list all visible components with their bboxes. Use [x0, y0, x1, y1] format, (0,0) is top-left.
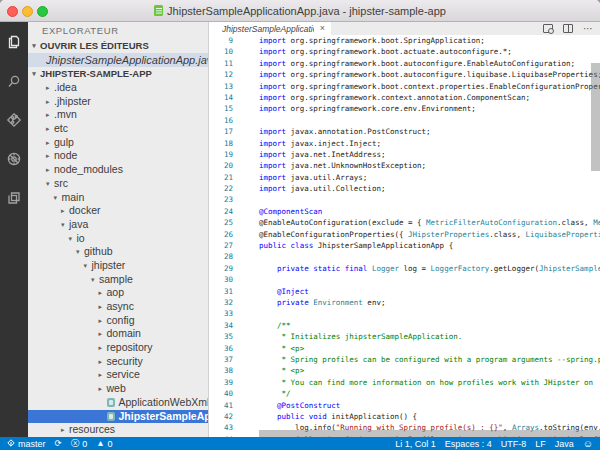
tree-item-async[interactable]: ▸async — [28, 300, 208, 314]
code-line[interactable]: 34 /** — [209, 320, 600, 331]
tree-item-jhipster[interactable]: ▾jhipster — [28, 259, 208, 273]
code-text: import org.springframework.core.env.Envi… — [233, 103, 476, 114]
warning-icon: ▲ — [96, 439, 104, 448]
code-line[interactable]: 42 public void initApplication() { — [209, 411, 600, 422]
tree-item-node[interactable]: ▸node — [28, 149, 208, 163]
code-line[interactable]: 25@EnableAutoConfiguration(exclude = { M… — [209, 217, 600, 228]
tree-item-service[interactable]: ▸service — [28, 368, 208, 382]
tree-item--idea[interactable]: ▸.idea — [28, 81, 208, 95]
code-line[interactable]: 19import java.net.InetAddress; — [209, 149, 600, 160]
project-section-header[interactable]: ▾ JHIPSTER-SAMPLE-APP — [28, 67, 208, 81]
tree-item-docker[interactable]: ▸docker — [28, 204, 208, 218]
tree-item-label: node — [54, 149, 77, 163]
code-line[interactable]: 14import org.springframework.context.ann… — [209, 92, 600, 103]
code-line[interactable]: 37 * Spring profiles can be configured w… — [209, 354, 600, 365]
explorer-icon[interactable] — [3, 31, 25, 53]
code-line[interactable]: 28 — [209, 251, 600, 262]
code-line[interactable]: 36 * <p> — [209, 343, 600, 354]
tree-item-node-modules[interactable]: ▸node_modules — [28, 163, 208, 177]
tree-item-sample[interactable]: ▾sample — [28, 273, 208, 287]
feedback-smiley-icon[interactable]: ☺ — [583, 438, 593, 449]
tree-item-web[interactable]: ▸web — [28, 382, 208, 396]
code-line[interactable]: 10import org.springframework.boot.actuat… — [209, 46, 600, 57]
tab-bar: JhipsterSampleApplicationApp.java × ⋯ — [209, 22, 600, 35]
tree-item-aop[interactable]: ▸aop — [28, 286, 208, 300]
tree-item-config[interactable]: ▸config — [28, 314, 208, 328]
code-line[interactable]: 9import org.springframework.boot.SpringA… — [209, 35, 600, 46]
code-line[interactable]: 40 */ — [209, 388, 600, 399]
tree-item-label: gulp — [54, 136, 74, 150]
code-line[interactable]: 32 private Environment env; — [209, 297, 600, 308]
tree-item-jhipstersampleapplicationapp-java[interactable]: JhipsterSampleApplicationApp.java — [28, 410, 208, 424]
code-line[interactable]: 13import org.springframework.boot.contex… — [209, 81, 600, 92]
code-line[interactable]: 33 — [209, 308, 600, 319]
window-controls[interactable] — [7, 6, 48, 17]
line-number: 27 — [209, 240, 233, 251]
code-line[interactable]: 24@ComponentScan — [209, 206, 600, 217]
warning-indicator[interactable]: ▲ 0 — [96, 439, 112, 449]
vertical-scrollbar[interactable] — [591, 63, 600, 171]
sync-icon[interactable]: ⟳ — [55, 439, 62, 448]
zoom-window-button[interactable] — [37, 6, 48, 17]
code-line[interactable]: 16 — [209, 115, 600, 126]
tree-item--jhipster[interactable]: ▸.jhipster — [28, 95, 208, 109]
error-indicator[interactable]: ⓧ 0 — [71, 439, 88, 449]
debug-icon[interactable] — [3, 148, 25, 170]
tree-item-repository[interactable]: ▸repository — [28, 341, 208, 355]
code-line[interactable]: 35 * Initializes jhipsterSampleApplicati… — [209, 331, 600, 342]
code-line[interactable]: 29 private static final Logger log = Log… — [209, 263, 600, 274]
code-line[interactable]: 30 — [209, 274, 600, 285]
tree-item-etc[interactable]: ▸etc — [28, 122, 208, 136]
code-line[interactable]: 26@EnableConfigurationProperties({ JHips… — [209, 229, 600, 240]
open-preview-icon[interactable] — [543, 24, 553, 33]
horizontal-scrollbar[interactable] — [259, 430, 600, 437]
tab-jhipstersampleapplicationapp[interactable]: JhipsterSampleApplicationApp.java × — [209, 22, 331, 35]
code-line[interactable]: 23 — [209, 194, 600, 205]
code-line[interactable]: 41 @PostConstruct — [209, 400, 600, 411]
tree-item--mvn[interactable]: ▸.mvn — [28, 108, 208, 122]
code-editor[interactable]: 9import org.springframework.boot.SpringA… — [209, 35, 600, 437]
code-line[interactable]: 27public class JhipsterSampleApplication… — [209, 240, 600, 251]
code-line[interactable]: 21import java.util.Arrays; — [209, 172, 600, 183]
tree-item-applicationwebxml-java[interactable]: ApplicationWebXml.java — [28, 396, 208, 410]
code-line[interactable]: 22import java.util.Collection; — [209, 183, 600, 194]
chevron-right-icon: ▸ — [46, 108, 54, 122]
tree-item-resources[interactable]: ▸resources — [28, 423, 208, 437]
code-line[interactable]: 18import javax.inject.Inject; — [209, 138, 600, 149]
code-line[interactable]: 12import org.springframework.boot.autoco… — [209, 69, 600, 80]
status-item[interactable]: LF — [535, 439, 546, 449]
code-line[interactable]: 31 @Inject — [209, 286, 600, 297]
search-icon[interactable] — [3, 70, 25, 92]
code-line[interactable]: 11import org.springframework.boot.autoco… — [209, 58, 600, 69]
code-line[interactable]: 17import javax.annotation.PostConstruct; — [209, 126, 600, 137]
code-text — [233, 251, 259, 262]
status-item[interactable]: Li 1, Col 1 — [395, 439, 436, 449]
git-branch-indicator[interactable]: master — [7, 439, 46, 449]
vscode-window: JhipsterSampleApplicationApp.java - jhip… — [0, 0, 600, 450]
tree-item-java[interactable]: ▾java — [28, 218, 208, 232]
extensions-icon[interactable] — [3, 187, 25, 209]
status-item[interactable]: Espaces : 4 — [445, 439, 492, 449]
tree-item-github[interactable]: ▾github — [28, 245, 208, 259]
close-icon[interactable]: × — [320, 24, 325, 33]
open-editors-header[interactable]: ▾ OUVRIR LES ÉDITEURS — [28, 39, 208, 53]
tree-item-domain[interactable]: ▸domain — [28, 327, 208, 341]
tree-item-src[interactable]: ▾src — [28, 177, 208, 191]
code-line[interactable]: 38 * <p> — [209, 365, 600, 376]
status-item[interactable]: Java — [555, 439, 574, 449]
code-line[interactable]: 15import org.springframework.core.env.En… — [209, 103, 600, 114]
tree-item-gulp[interactable]: ▸gulp — [28, 136, 208, 150]
status-item[interactable]: UTF-8 — [501, 439, 527, 449]
close-window-button[interactable] — [7, 6, 18, 17]
code-line[interactable]: 39 * You can find more information on ho… — [209, 377, 600, 388]
tree-item-security[interactable]: ▸security — [28, 355, 208, 369]
tree-item-main[interactable]: ▾main — [28, 191, 208, 205]
title-bar: JhipsterSampleApplicationApp.java - jhip… — [0, 0, 600, 22]
source-control-icon[interactable] — [3, 109, 25, 131]
tree-item-io[interactable]: ▾io — [28, 232, 208, 246]
more-actions-icon[interactable]: ⋯ — [583, 24, 594, 34]
code-line[interactable]: 20import java.net.UnknownHostException; — [209, 160, 600, 171]
minimize-window-button[interactable] — [22, 6, 33, 17]
open-editor-item[interactable]: JhipsterSampleApplicationApp.javasrc/m..… — [28, 53, 208, 67]
split-editor-icon[interactable] — [563, 24, 573, 33]
